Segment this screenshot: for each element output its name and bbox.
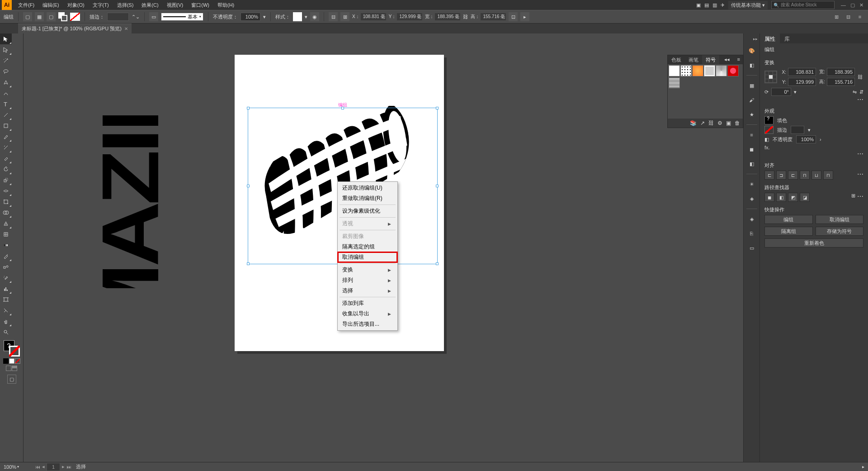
gradient-panel-icon[interactable]: ◼: [746, 144, 757, 155]
next-page-icon[interactable]: ▸: [62, 464, 65, 470]
gradient-tool[interactable]: [0, 240, 12, 251]
context-menu-item[interactable]: 取消编组: [338, 252, 397, 262]
pf-unite-icon[interactable]: ◼: [764, 193, 774, 202]
opacity-dd-prop[interactable]: ›: [820, 137, 821, 142]
prev-page-icon[interactable]: ◂: [42, 464, 45, 470]
menu-file[interactable]: 文件(F): [14, 0, 38, 10]
align-top-icon[interactable]: ⊓: [800, 171, 810, 180]
artboard-tool[interactable]: [0, 294, 12, 305]
align-more-icon[interactable]: ⋯: [857, 171, 863, 180]
perspective-tool[interactable]: [0, 218, 12, 229]
fill-stroke-indicator[interactable]: ?: [4, 340, 20, 357]
quick-save-symbol-button[interactable]: 存储为符号: [816, 227, 864, 236]
h-value[interactable]: 155.716 毫: [481, 13, 506, 20]
opacity-value[interactable]: 100%: [241, 13, 260, 21]
angle-dd-icon[interactable]: ▾: [794, 89, 797, 95]
symbol-swatch[interactable]: [704, 65, 715, 76]
x-value[interactable]: 108.831 毫: [361, 13, 386, 20]
color-guide-icon[interactable]: ◧: [746, 60, 757, 71]
curvature-tool[interactable]: [0, 88, 12, 99]
shape-props-icon[interactable]: ⊡: [509, 12, 518, 21]
appearance-more-icon[interactable]: ⋯: [857, 150, 863, 157]
prop-y[interactable]: 129.999: [788, 78, 816, 86]
context-menu-item[interactable]: 导出所选项目...: [338, 319, 397, 329]
fill-swatch[interactable]: ?: [764, 116, 774, 124]
symbol-swatch[interactable]: [680, 65, 692, 76]
doc-info-dd[interactable]: ▸: [862, 464, 864, 469]
symbol-libraries-icon[interactable]: 📚: [690, 120, 697, 126]
line-tool[interactable]: [0, 109, 12, 120]
context-menu-item[interactable]: 选择▶: [338, 285, 397, 296]
tab-properties[interactable]: 属性: [760, 33, 780, 43]
symbol-swatch[interactable]: [669, 65, 680, 76]
hand-tool[interactable]: [0, 316, 12, 327]
align-bottom-icon[interactable]: ⊓: [823, 171, 833, 180]
selection-tool[interactable]: [0, 33, 12, 44]
align-hcenter-icon[interactable]: ⊐: [776, 171, 786, 180]
align-panel-icon[interactable]: ⊟: [329, 12, 338, 21]
align-left-icon[interactable]: ⊏: [764, 171, 774, 180]
context-menu-item[interactable]: 变换▶: [338, 265, 397, 275]
maximize-icon[interactable]: ▢: [850, 2, 855, 8]
tab-brushes[interactable]: 画笔: [685, 55, 702, 64]
fill-swatch-icon[interactable]: ▦: [35, 12, 44, 21]
symbol-swatch[interactable]: [727, 65, 739, 76]
zoom-level[interactable]: 100% ▾: [4, 464, 31, 470]
tab-libraries[interactable]: 库: [780, 33, 794, 43]
pf-minus-icon[interactable]: ◧: [776, 193, 786, 202]
search-stock[interactable]: 🔍 搜索 Adobe Stock: [771, 1, 835, 9]
zoom-tool[interactable]: [0, 327, 12, 338]
gpu-icon[interactable]: ▤: [704, 2, 709, 8]
options-icon[interactable]: ≡: [855, 12, 864, 21]
screen-mode[interactable]: ▢: [7, 375, 16, 384]
menu-select[interactable]: 选择(S): [113, 0, 137, 10]
layers-panel-icon[interactable]: ◈: [746, 214, 757, 224]
stroke-swatch-prop[interactable]: [764, 126, 774, 134]
appearance-panel-icon[interactable]: ☀: [746, 179, 757, 190]
quick-recolor-button[interactable]: 重新着色: [764, 238, 863, 247]
blend-tool[interactable]: [0, 262, 12, 272]
minimize-icon[interactable]: —: [841, 2, 846, 8]
menu-view[interactable]: 视图(V): [163, 0, 187, 10]
stroke-weight-input[interactable]: [107, 13, 129, 21]
rectangle-tool[interactable]: [0, 120, 12, 131]
menu-help[interactable]: 帮助(H): [214, 0, 238, 10]
y-value[interactable]: 129.999 毫: [397, 13, 422, 20]
context-menu-item[interactable]: 排列▶: [338, 275, 397, 285]
column-graph-tool[interactable]: [0, 283, 12, 294]
stroke-weight-step[interactable]: ⌃⌄: [132, 14, 140, 20]
stroke-swatch-icon[interactable]: ▢: [47, 12, 56, 21]
graphic-style-swatch[interactable]: [293, 12, 302, 21]
symbol-swatch[interactable]: [669, 77, 680, 88]
last-page-icon[interactable]: ⏭: [66, 464, 71, 470]
link-wh-prop-icon[interactable]: ⛓: [858, 74, 863, 80]
symbol-sprayer-tool[interactable]: [0, 272, 12, 283]
quick-ungroup-button[interactable]: 取消编组: [816, 215, 864, 224]
w-value[interactable]: 188.395 毫: [435, 13, 460, 20]
prop-h[interactable]: 155.716: [827, 78, 855, 86]
menu-object[interactable]: 对象(O): [64, 0, 88, 10]
stroke-weight-prop[interactable]: [791, 126, 804, 134]
context-menu-item[interactable]: 设为像素级优化: [338, 206, 397, 216]
pf-more-icon[interactable]: ⋯: [857, 193, 863, 202]
rotate-tool[interactable]: [0, 164, 12, 175]
draw-modes[interactable]: [6, 366, 17, 371]
pen-tool[interactable]: [0, 77, 12, 88]
artboard-nav[interactable]: ⏮ ◂ 1 ▸ ⏭: [35, 463, 71, 471]
flip-h-icon[interactable]: ⇋: [853, 89, 857, 95]
panel-collapse-icon[interactable]: ◂◂: [722, 55, 732, 64]
context-menu-item[interactable]: 添加到库: [338, 298, 397, 309]
break-link-icon[interactable]: ⛓: [708, 120, 714, 126]
graphic-styles-icon[interactable]: ◈: [746, 193, 757, 204]
quick-group-button[interactable]: 编组: [764, 215, 813, 224]
align-right-icon[interactable]: ⊏: [788, 171, 798, 180]
dock-collapse-icon[interactable]: ▸▸: [744, 36, 760, 42]
transform-more-icon[interactable]: ⋯: [857, 96, 863, 103]
prop-w[interactable]: 188.395: [827, 68, 855, 76]
link-wh-icon[interactable]: ⛓: [463, 14, 468, 19]
tab-symbols[interactable]: 符号: [702, 55, 719, 64]
align-vcenter-icon[interactable]: ⊔: [811, 171, 821, 180]
style-dd-icon[interactable]: ▾: [305, 14, 307, 20]
swatches-panel-icon[interactable]: ▦: [746, 80, 757, 91]
stroke-panel-icon[interactable]: ≡: [746, 129, 757, 140]
